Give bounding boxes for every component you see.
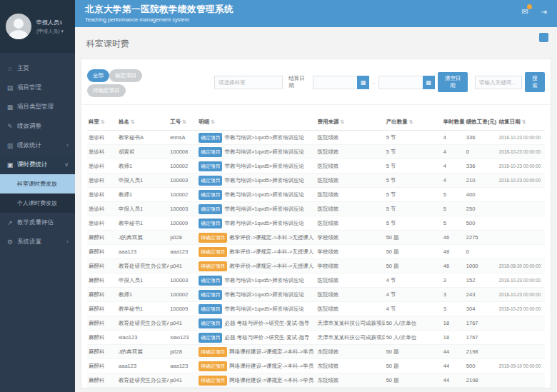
- cell-employee-id: 100008: [169, 145, 197, 159]
- sidebar-item-project-type-management[interactable]: ▦项目类型管理: [0, 97, 75, 116]
- status-badge: 确定项目: [199, 147, 222, 157]
- cell-hours: 46: [442, 231, 465, 245]
- table-row[interactable]: 麻醉科教育处研究生办公室Ap041待确定项目网络课程建设->课规定->本科->学…: [87, 373, 545, 388]
- cell-settlement-date: [498, 373, 545, 388]
- cell-detail: 确定项目带教与培训>1qvd5>师资培训应论: [197, 273, 316, 288]
- search-button[interactable]: 搜索: [525, 72, 545, 92]
- sidebar-item-label: 项目管理: [17, 84, 41, 92]
- keyword-input[interactable]: [475, 76, 522, 89]
- table-row[interactable]: 急诊科申报人员1100003确定项目带教与培训>1qvd5>师资培训应论医院绩效…: [87, 174, 545, 188]
- table-row[interactable]: 麻醉科申报人员1100003确定项目带教与培训>1qvd5>师资培训应论医院绩效…: [87, 273, 545, 288]
- detail-text: 必题 考核与评价->研究生-复试-指导: [224, 333, 309, 340]
- sort-icon[interactable]: ⇅: [522, 119, 526, 124]
- cell-detail: 待确定项目网络课程建设->课规定->本科->学员: [197, 345, 316, 359]
- message-icon[interactable]: ✉: [521, 7, 528, 16]
- table-row[interactable]: 急诊科申报人员1100003确定项目带教与培训>1qvd5>师资培训应论医院绩效…: [87, 202, 545, 216]
- column-header[interactable]: 产出数量⇅: [385, 115, 442, 131]
- sort-icon[interactable]: ⇅: [101, 119, 105, 124]
- cell-hours: 18: [442, 331, 465, 345]
- clear-date-button[interactable]: 清空日期: [438, 72, 468, 92]
- sort-icon[interactable]: ⇅: [409, 119, 413, 124]
- sidebar-item-project-management[interactable]: ▤项目管理: [0, 78, 75, 97]
- filter-confirmed[interactable]: 确定项目: [109, 69, 142, 82]
- user-profile[interactable]: 申报人员1 (申报人员) ▾: [0, 0, 75, 53]
- column-header[interactable]: 科室⇅: [87, 115, 117, 131]
- filter-pending[interactable]: 待确定项目: [87, 84, 126, 97]
- cell-settlement-date: [498, 316, 545, 331]
- status-badge: 确定项目: [199, 218, 222, 228]
- column-header[interactable]: 姓名⇅: [117, 115, 169, 131]
- cell-output-quantity: 50 题: [385, 231, 442, 245]
- cell-output-quantity: 5 节: [385, 188, 442, 202]
- column-header[interactable]: 学时数量⇅: [442, 115, 465, 131]
- table-row[interactable]: 麻醉科教学秘书1100009确定项目带教与培训>1qvd5>师资培训应论医院绩效…: [87, 302, 545, 316]
- table-row[interactable]: 麻醉科教育处研究生办公室Ap041确定项目必题 考核与评价->研究生-复试-指导…: [87, 316, 545, 331]
- cell-settlement-date: 2018-10-23 00:00:00: [498, 288, 545, 302]
- cell-performance-pay: 336: [465, 131, 498, 145]
- user-name: 申报人员1: [36, 19, 64, 26]
- sort-icon[interactable]: ⇅: [211, 119, 215, 124]
- panel-toggle-button[interactable]: [539, 33, 548, 42]
- document-icon: ▤: [6, 84, 14, 91]
- table-row[interactable]: 急诊科教师1100002确定项目带教与培训>1qvd5>师资培训应论医院绩效5 …: [87, 188, 545, 202]
- column-header[interactable]: 绩效工资(元)⇅: [465, 115, 498, 131]
- table-row[interactable]: 急诊科教师1100002确定项目带教与培训>1qvd5>师资培训应论医院绩效5 …: [87, 159, 545, 174]
- table-row[interactable]: 麻醉科教育处研究生办公室Ap041待确定项目教学评价->课规定->本科->无授课…: [87, 259, 545, 273]
- table-row[interactable]: 急诊科胡翼哲100008确定项目带教与培训>1qvd5>师资培训应论医院绩效5 …: [87, 145, 545, 159]
- book-icon: ▣: [6, 161, 14, 169]
- table-row[interactable]: 麻醉科教师1100002确定项目带教与培训>1qvd5>师资培训应论医院绩效4 …: [87, 288, 545, 302]
- cell-name: 申报人员1: [117, 273, 169, 288]
- table-row[interactable]: 急诊科教学秘书1100009确定项目带教与培训>1qvd5>师资培训应论医院绩效…: [87, 216, 545, 231]
- sort-icon[interactable]: ⇅: [131, 119, 135, 124]
- calendar-icon[interactable]: ▦: [423, 76, 435, 89]
- sidebar-item-hour-fee-statistics[interactable]: ▣课时费统计∨: [0, 155, 75, 174]
- user-info: 申报人员1 (申报人员) ▾: [36, 19, 64, 35]
- filter-all[interactable]: 全部: [87, 69, 109, 82]
- calendar-icon[interactable]: ▦: [357, 76, 369, 89]
- cell-output-quantity: 50 题: [385, 373, 442, 388]
- cell-performance-pay: 0: [465, 145, 498, 159]
- cell-department: 麻醉科: [87, 231, 117, 245]
- column-header[interactable]: 费用来源⇅: [316, 115, 384, 131]
- sidebar-subitem-personal-hour-fee[interactable]: 个人课时费发放: [0, 194, 75, 213]
- hour-fee-table: 科室⇅姓名⇅工号⇅明细⇅费用来源⇅产出数量⇅学时数量⇅绩效工资(元)⇅结算日期⇅…: [87, 115, 545, 388]
- logout-icon[interactable]: ⇥: [541, 8, 547, 16]
- sidebar-item-system-settings[interactable]: ⚙系统设置›: [0, 232, 75, 251]
- sort-icon[interactable]: ⇅: [340, 119, 344, 124]
- column-header-label: 明细: [199, 119, 209, 125]
- sidebar-item-teaching-quality-evaluation[interactable]: ↗教学质量评估: [0, 213, 75, 232]
- cell-output-quantity: 50 题: [385, 259, 442, 273]
- table-row[interactable]: 麻醉科J的典双展p028待确定项目教学评价->课规定->本科->无授课人学校绩效…: [87, 231, 545, 245]
- status-badge: 待确定项目: [199, 261, 227, 271]
- status-badge: 待确定项目: [199, 233, 227, 243]
- detail-text: 网络课程建设->课规定->本科->学员: [229, 362, 313, 368]
- table-row[interactable]: 麻醉科xiao123xiao123确定项目必题 考核与评价->研究生-复试-指导…: [87, 331, 545, 345]
- sort-icon[interactable]: ⇅: [182, 119, 186, 124]
- cell-hours: 5: [442, 216, 465, 231]
- date-from-input[interactable]: [313, 76, 357, 89]
- column-header[interactable]: 结算日期⇅: [498, 115, 545, 131]
- cell-output-quantity: 50 人/次单位: [385, 316, 442, 331]
- table-row[interactable]: 急诊科教学秘书AetmsA确定项目带教与培训>1qvd5>师资培训应论医院绩效5…: [87, 131, 545, 145]
- cell-name: 教育处研究生办公室A: [117, 388, 169, 389]
- table-row[interactable]: 麻醉科J的典双展p028待确定项目网络课程建设->课规定->本科->学员东院绩效…: [87, 345, 545, 359]
- cell-fee-source: 东院绩效: [316, 373, 384, 388]
- cell-output-quantity: 50 题: [385, 245, 442, 259]
- sidebar-subitem-dept-hour-fee[interactable]: 科室课时费发放: [0, 174, 75, 194]
- cell-department: 急诊科: [87, 216, 117, 231]
- table-row[interactable]: 麻醉科aaa123aaa123待确定项目网络课程建设->课规定->本科->学员东…: [87, 359, 545, 373]
- cell-fee-source: 天津市某某科技公司成拨项目: [316, 316, 384, 331]
- sidebar-item-home[interactable]: ⌂主页: [0, 59, 75, 78]
- column-header[interactable]: 明细⇅: [197, 115, 316, 131]
- date-to-input[interactable]: [378, 76, 423, 89]
- table-row[interactable]: 麻醉科aaa123aaa123待确定项目教学评价->课规定->本科->无授课人学…: [87, 245, 545, 259]
- department-input[interactable]: [214, 76, 283, 89]
- table-row[interactable]: 麻醉科教育处研究生办公室Ap041确定项目学生活动->继续教育-院定-学员天津市…: [87, 388, 545, 389]
- column-header[interactable]: 工号⇅: [169, 115, 197, 131]
- user-role-dropdown[interactable]: (申报人员) ▾: [36, 28, 64, 35]
- status-badge: 确定项目: [199, 204, 222, 214]
- cell-name: 申报人员1: [117, 174, 169, 188]
- sidebar-item-performance-adjustment[interactable]: ✎绩效调整: [0, 116, 75, 136]
- sidebar-item-performance-statistics[interactable]: ▥绩效统计›: [0, 136, 75, 155]
- cell-name: aaa123: [117, 359, 169, 373]
